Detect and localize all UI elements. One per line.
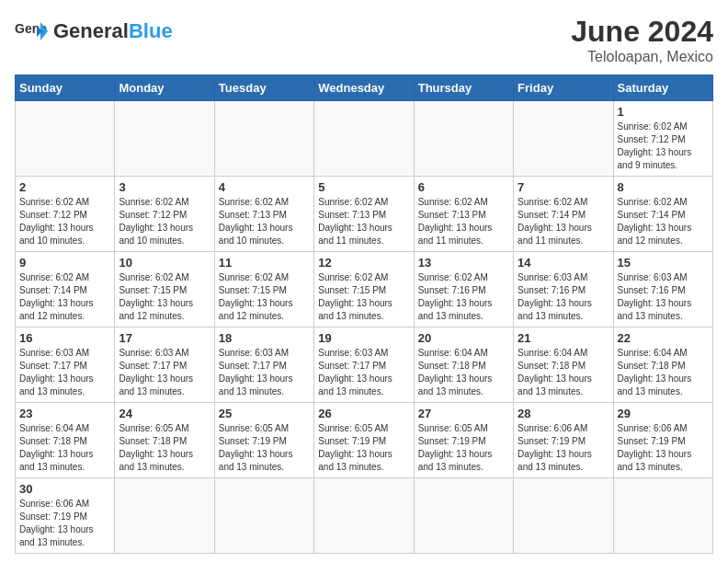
calendar-cell: 18Sunrise: 6:03 AM Sunset: 7:17 PM Dayli… xyxy=(214,327,313,403)
week-row-4: 16Sunrise: 6:03 AM Sunset: 7:17 PM Dayli… xyxy=(16,327,713,403)
calendar-cell xyxy=(314,101,414,177)
week-row-1: 1Sunrise: 6:02 AM Sunset: 7:12 PM Daylig… xyxy=(16,101,713,177)
day-info: Sunrise: 6:04 AM Sunset: 7:18 PM Dayligh… xyxy=(618,347,709,398)
day-header-wednesday: Wednesday xyxy=(314,75,414,101)
day-number: 24 xyxy=(119,407,210,420)
day-info: Sunrise: 6:03 AM Sunset: 7:16 PM Dayligh… xyxy=(618,271,709,323)
day-info: Sunrise: 6:02 AM Sunset: 7:15 PM Dayligh… xyxy=(219,271,310,323)
day-number: 23 xyxy=(19,407,110,420)
calendar-cell: 5Sunrise: 6:02 AM Sunset: 7:13 PM Daylig… xyxy=(314,177,414,252)
day-info: Sunrise: 6:03 AM Sunset: 7:16 PM Dayligh… xyxy=(518,271,609,323)
day-number: 20 xyxy=(418,331,509,345)
day-info: Sunrise: 6:02 AM Sunset: 7:14 PM Dayligh… xyxy=(618,196,709,247)
day-header-monday: Monday xyxy=(115,75,214,101)
day-info: Sunrise: 6:02 AM Sunset: 7:12 PM Dayligh… xyxy=(119,196,210,247)
calendar-cell: 7Sunrise: 6:02 AM Sunset: 7:14 PM Daylig… xyxy=(514,177,613,252)
day-info: Sunrise: 6:05 AM Sunset: 7:19 PM Dayligh… xyxy=(318,422,409,474)
day-number: 28 xyxy=(518,407,609,420)
calendar-cell: 4Sunrise: 6:02 AM Sunset: 7:13 PM Daylig… xyxy=(214,177,313,252)
day-info: Sunrise: 6:02 AM Sunset: 7:12 PM Dayligh… xyxy=(618,121,709,172)
week-row-3: 9Sunrise: 6:02 AM Sunset: 7:14 PM Daylig… xyxy=(16,252,713,327)
calendar-cell: 1Sunrise: 6:02 AM Sunset: 7:12 PM Daylig… xyxy=(613,101,712,177)
day-number: 25 xyxy=(219,407,310,420)
day-number: 3 xyxy=(119,180,210,194)
calendar-cell xyxy=(214,101,313,177)
day-info: Sunrise: 6:02 AM Sunset: 7:13 PM Dayligh… xyxy=(219,196,310,247)
day-info: Sunrise: 6:05 AM Sunset: 7:18 PM Dayligh… xyxy=(119,422,210,474)
calendar-cell: 29Sunrise: 6:06 AM Sunset: 7:19 PM Dayli… xyxy=(613,403,712,478)
week-row-6: 30Sunrise: 6:06 AM Sunset: 7:19 PM Dayli… xyxy=(16,478,713,554)
day-info: Sunrise: 6:02 AM Sunset: 7:13 PM Dayligh… xyxy=(418,196,509,247)
day-number: 14 xyxy=(518,256,609,270)
month-year: June 2024 xyxy=(571,15,713,49)
day-number: 7 xyxy=(518,180,609,194)
day-number: 17 xyxy=(119,331,210,345)
calendar-cell: 16Sunrise: 6:03 AM Sunset: 7:17 PM Dayli… xyxy=(16,327,115,403)
day-number: 4 xyxy=(219,180,310,194)
week-row-2: 2Sunrise: 6:02 AM Sunset: 7:12 PM Daylig… xyxy=(16,177,713,252)
day-info: Sunrise: 6:03 AM Sunset: 7:17 PM Dayligh… xyxy=(219,347,310,398)
day-header-saturday: Saturday xyxy=(613,75,712,101)
calendar-cell: 23Sunrise: 6:04 AM Sunset: 7:18 PM Dayli… xyxy=(16,403,115,478)
day-header-sunday: Sunday xyxy=(16,75,115,101)
calendar-cell: 10Sunrise: 6:02 AM Sunset: 7:15 PM Dayli… xyxy=(115,252,214,327)
day-number: 15 xyxy=(618,256,709,270)
calendar-cell: 11Sunrise: 6:02 AM Sunset: 7:15 PM Dayli… xyxy=(214,252,313,327)
day-number: 1 xyxy=(618,105,709,119)
day-info: Sunrise: 6:02 AM Sunset: 7:15 PM Dayligh… xyxy=(119,271,210,323)
calendar-cell: 21Sunrise: 6:04 AM Sunset: 7:18 PM Dayli… xyxy=(514,327,613,403)
calendar-cell: 30Sunrise: 6:06 AM Sunset: 7:19 PM Dayli… xyxy=(16,478,115,554)
calendar-cell: 26Sunrise: 6:05 AM Sunset: 7:19 PM Dayli… xyxy=(314,403,414,478)
calendar-table: SundayMondayTuesdayWednesdayThursdayFrid… xyxy=(15,75,713,554)
calendar-cell xyxy=(514,101,613,177)
calendar-cell xyxy=(613,478,712,554)
day-info: Sunrise: 6:05 AM Sunset: 7:19 PM Dayligh… xyxy=(219,422,310,474)
calendar-cell: 8Sunrise: 6:02 AM Sunset: 7:14 PM Daylig… xyxy=(613,177,712,252)
day-number: 30 xyxy=(19,482,110,496)
day-info: Sunrise: 6:04 AM Sunset: 7:18 PM Dayligh… xyxy=(418,347,509,398)
day-info: Sunrise: 6:03 AM Sunset: 7:17 PM Dayligh… xyxy=(19,347,110,398)
calendar-cell: 13Sunrise: 6:02 AM Sunset: 7:16 PM Dayli… xyxy=(414,252,513,327)
day-number: 22 xyxy=(618,331,709,345)
logo-icon: General xyxy=(15,15,48,48)
day-info: Sunrise: 6:03 AM Sunset: 7:17 PM Dayligh… xyxy=(318,347,409,398)
day-number: 12 xyxy=(318,256,409,270)
calendar-cell xyxy=(115,478,214,554)
day-info: Sunrise: 6:02 AM Sunset: 7:14 PM Dayligh… xyxy=(518,196,609,247)
calendar-cell xyxy=(414,478,513,554)
day-info: Sunrise: 6:06 AM Sunset: 7:19 PM Dayligh… xyxy=(618,422,709,474)
logo: General GeneralBlue xyxy=(15,15,173,48)
title-area: June 2024 Teloloapan, Mexico xyxy=(571,15,713,65)
logo-text: GeneralBlue xyxy=(53,21,173,41)
calendar-cell: 27Sunrise: 6:05 AM Sunset: 7:19 PM Dayli… xyxy=(414,403,513,478)
calendar-cell xyxy=(115,101,214,177)
day-number: 19 xyxy=(318,331,409,345)
day-number: 26 xyxy=(318,407,409,420)
calendar-cell: 6Sunrise: 6:02 AM Sunset: 7:13 PM Daylig… xyxy=(414,177,513,252)
calendar-cell xyxy=(514,478,613,554)
day-info: Sunrise: 6:06 AM Sunset: 7:19 PM Dayligh… xyxy=(518,422,609,474)
calendar-cell xyxy=(414,101,513,177)
calendar-header-row: SundayMondayTuesdayWednesdayThursdayFrid… xyxy=(16,75,713,101)
day-number: 16 xyxy=(19,331,110,345)
day-number: 18 xyxy=(219,331,310,345)
day-number: 6 xyxy=(418,180,509,194)
calendar-cell: 17Sunrise: 6:03 AM Sunset: 7:17 PM Dayli… xyxy=(115,327,214,403)
location: Teloloapan, Mexico xyxy=(571,49,713,65)
day-number: 21 xyxy=(518,331,609,345)
day-number: 8 xyxy=(618,180,709,194)
calendar-cell xyxy=(16,101,115,177)
day-info: Sunrise: 6:05 AM Sunset: 7:19 PM Dayligh… xyxy=(418,422,509,474)
day-number: 13 xyxy=(418,256,509,270)
calendar-cell: 28Sunrise: 6:06 AM Sunset: 7:19 PM Dayli… xyxy=(514,403,613,478)
calendar-cell: 3Sunrise: 6:02 AM Sunset: 7:12 PM Daylig… xyxy=(115,177,214,252)
calendar-cell: 2Sunrise: 6:02 AM Sunset: 7:12 PM Daylig… xyxy=(16,177,115,252)
day-info: Sunrise: 6:06 AM Sunset: 7:19 PM Dayligh… xyxy=(19,498,110,549)
calendar-cell: 24Sunrise: 6:05 AM Sunset: 7:18 PM Dayli… xyxy=(115,403,214,478)
calendar-cell: 15Sunrise: 6:03 AM Sunset: 7:16 PM Dayli… xyxy=(613,252,712,327)
day-number: 5 xyxy=(318,180,409,194)
day-info: Sunrise: 6:04 AM Sunset: 7:18 PM Dayligh… xyxy=(19,422,110,474)
header: General GeneralBlue June 2024 Teloloapan… xyxy=(15,15,713,65)
calendar-cell: 19Sunrise: 6:03 AM Sunset: 7:17 PM Dayli… xyxy=(314,327,414,403)
day-header-tuesday: Tuesday xyxy=(214,75,313,101)
